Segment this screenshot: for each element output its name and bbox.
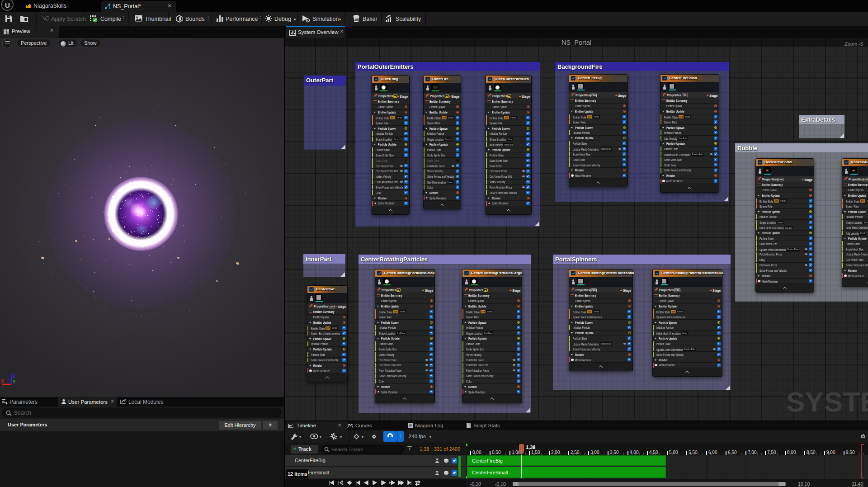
svg-text:X: X (1, 378, 4, 383)
svg-text:Z: Z (13, 374, 15, 378)
svg-text:Y: Y (13, 379, 16, 384)
